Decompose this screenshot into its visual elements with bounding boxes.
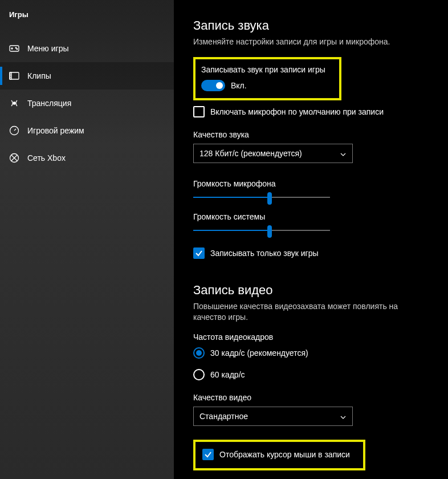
sidebar-item-label: Трансляция [27,99,71,108]
sidebar: Игры Меню игры Клипы Трансляция Игровой … [0,0,174,479]
video-section-title: Запись видео [193,283,429,298]
mic-default-checkbox[interactable] [193,106,205,117]
cursor-capture-checkbox[interactable] [202,449,214,460]
game-bar-icon [9,43,19,54]
cursor-capture-label: Отображать курсор мыши в записи [219,450,350,459]
only-game-audio-row[interactable]: Записывать только звук игры [193,247,429,259]
radio-60fps[interactable] [193,369,205,380]
sys-volume-label: Громкость системы [193,212,429,221]
audio-quality-value: 128 Кбит/с (рекомендуется) [199,149,302,158]
fps-60-option[interactable]: 60 кадр/с [193,369,429,380]
sidebar-item-xbox-network[interactable]: Сеть Xbox [0,144,174,172]
clips-icon [9,71,19,81]
video-section-desc: Повышение качества видеозахвата может по… [193,301,429,323]
svg-line-12 [14,129,16,131]
mic-volume-slider[interactable] [193,190,330,204]
only-game-audio-label: Записывать только звук игры [210,249,319,258]
slider-fill [193,197,270,198]
sidebar-item-game-menu[interactable]: Меню игры [0,35,174,62]
sidebar-item-label: Игровой режим [27,126,84,135]
sys-volume-slider[interactable] [193,224,330,237]
cursor-capture-row[interactable]: Отображать курсор мыши в записи [202,449,356,460]
radio-30fps[interactable] [193,347,205,359]
record-audio-label: Записывать звук при записи игры [201,65,333,74]
slider-thumb [267,225,272,238]
svg-point-3 [15,47,17,48]
mic-default-checkbox-row[interactable]: Включать микрофон по умолчанию при запис… [193,106,429,117]
sidebar-item-label: Сеть Xbox [27,153,66,163]
sidebar-title: Игры [0,10,174,19]
video-quality-value: Стандартное [199,412,248,421]
sidebar-item-game-mode[interactable]: Игровой режим [0,117,174,144]
highlight-record-audio: Записывать звук при записи игры Вкл. [193,57,341,100]
toggle-track [201,80,225,91]
mic-default-label: Включать микрофон по умолчанию при запис… [210,107,384,116]
svg-point-4 [17,48,18,50]
chevron-down-icon [340,413,347,420]
video-quality-select[interactable]: Стандартное [193,407,353,426]
only-game-audio-checkbox[interactable] [193,247,205,259]
slider-fill [193,230,270,231]
mic-volume-label: Громкость микрофона [193,179,429,188]
sidebar-item-broadcast[interactable]: Трансляция [0,90,174,117]
broadcast-icon [9,98,19,108]
audio-section-desc: Изменяйте настройки записи для игры и ми… [193,36,429,48]
chevron-down-icon [340,150,347,157]
xbox-icon [9,153,19,163]
video-fps-label: Частота видеокадров [193,332,429,342]
fps-30-option[interactable]: 30 кадр/с (рекомендуется) [193,347,429,359]
toggle-thumb [216,82,223,89]
sidebar-item-label: Клипы [27,71,51,80]
toggle-state-label: Вкл. [231,81,247,90]
audio-quality-select[interactable]: 128 Кбит/с (рекомендуется) [193,144,353,163]
highlight-cursor-capture: Отображать курсор мыши в записи [193,440,365,470]
video-fps-radio-group: 30 кадр/с (рекомендуется) 60 кадр/с [193,347,429,380]
main-content: Запись звука Изменяйте настройки записи … [174,0,448,479]
sidebar-item-clips[interactable]: Клипы [0,62,174,90]
radio-60fps-label: 60 кадр/с [210,370,245,379]
svg-point-10 [13,102,15,104]
sidebar-item-label: Меню игры [27,44,69,53]
record-audio-toggle[interactable]: Вкл. [201,80,333,91]
radio-30fps-label: 30 кадр/с (рекомендуется) [210,348,308,358]
slider-thumb [267,192,272,205]
video-quality-label: Качество видео [193,393,429,402]
audio-quality-label: Качество звука [193,130,429,139]
speedometer-icon [9,125,19,136]
audio-section-title: Запись звука [193,18,429,33]
